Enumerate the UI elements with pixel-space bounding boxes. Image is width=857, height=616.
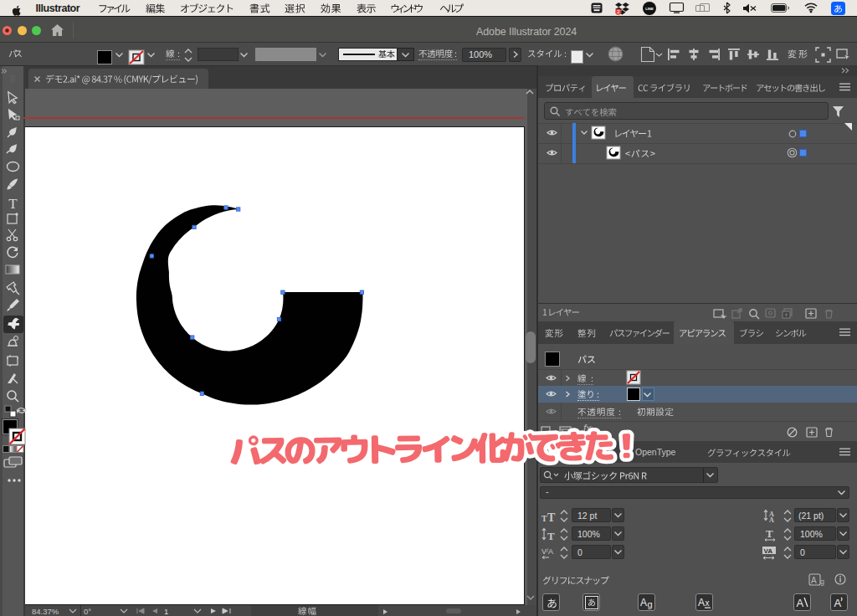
svg-text:VA: VA <box>764 547 773 555</box>
svg-text:V/A: V/A <box>541 547 553 556</box>
svg-text:x: x <box>706 598 710 608</box>
svg-text:A: A <box>834 597 842 609</box>
svg-text:T: T <box>547 530 555 542</box>
svg-text:g: g <box>648 599 653 609</box>
svg-text:A: A <box>769 516 774 524</box>
svg-text:A: A <box>811 576 817 585</box>
svg-text:T: T <box>541 514 547 523</box>
svg-text:A: A <box>797 597 804 609</box>
svg-text:A: A <box>640 597 647 608</box>
svg-text:g: g <box>820 578 824 586</box>
svg-text:T: T <box>547 511 556 524</box>
svg-text:T: T <box>766 527 773 540</box>
svg-text:A: A <box>698 597 705 608</box>
